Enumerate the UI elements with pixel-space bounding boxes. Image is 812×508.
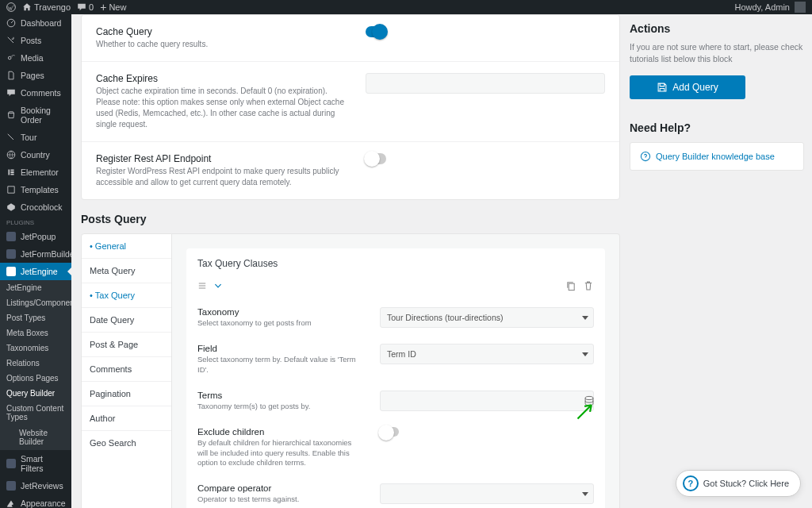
terms-input[interactable] [380,391,594,411]
sidebar-posts[interactable]: Posts [0,32,71,49]
compare-desc: Operator to test terms against. [197,495,364,504]
nav-meta[interactable]: Meta Query [82,259,171,283]
sidebar-comments[interactable]: Comments [0,84,71,102]
question-icon: ? [683,475,699,491]
sub-querybuilder[interactable]: Query Builder [0,386,71,401]
sidebar-jetpopup[interactable]: JetPopup [0,228,71,245]
chevron-down-icon[interactable] [213,281,223,291]
sub-cct[interactable]: Custom Content Types [0,401,71,425]
sub-relations[interactable]: Relations [0,356,71,371]
compare-label: Compare operator [197,483,364,493]
admin-bar: Travengo 0 +New Howdy, Admin [0,0,812,14]
site-link[interactable]: Travengo [22,2,71,12]
rest-api-label: Register Rest API Endpoint [96,153,350,164]
sidebar-media[interactable]: Media [0,49,71,67]
cache-query-toggle[interactable] [366,26,386,37]
actions-title: Actions [630,22,804,35]
sidebar-templates[interactable]: Templates [0,181,71,198]
sidebar-smartfilters[interactable]: Smart Filters [0,450,71,477]
terms-label: Terms [197,391,364,400]
sidebar-dashboard[interactable]: Dashboard [0,14,71,32]
taxonomy-label: Taxonomy [197,307,364,317]
help-icon [640,151,651,162]
wp-logo[interactable] [6,2,16,12]
nav-comments[interactable]: Comments [82,357,171,382]
cache-expires-label: Cache Expires [96,73,350,84]
drag-handle-icon[interactable] [197,281,207,291]
sub-listings[interactable]: Listings/Components [0,295,71,310]
exclude-label: Exclude children [197,427,364,437]
rest-api-toggle[interactable] [366,153,386,164]
sidebar-section-plugins: Plugins [0,216,71,228]
new-content[interactable]: +New [100,1,126,13]
sidebar-elementor[interactable]: Elementor [0,164,71,181]
nav-geo[interactable]: Geo Search [82,431,171,455]
setting-cache-query: Cache Query Whether to cache query resul… [82,15,619,61]
cache-expires-desc: Object cache expiration time in seconds.… [96,86,350,130]
field-select[interactable]: Term ID [380,344,594,364]
svg-point-8 [585,396,593,399]
add-query-button[interactable]: Add Query [630,75,745,99]
actions-desc: If you are not sure where to start, plea… [630,41,804,64]
user-greeting[interactable]: Howdy, Admin [735,2,806,13]
comments-count[interactable]: 0 [77,2,94,12]
sidebar-tour[interactable]: Tour [0,129,71,146]
sidebar-jetengine[interactable]: JetEngine [0,263,71,280]
nav-tax[interactable]: •Tax Query [82,283,171,308]
nav-date[interactable]: Date Query [82,308,171,333]
svg-rect-7 [569,283,574,290]
compare-select[interactable] [380,483,594,504]
taxonomy-select[interactable]: Tour Directions (tour-directions) [380,307,594,328]
svg-point-2 [8,56,11,60]
chevron-down-icon [582,352,588,356]
exclude-desc: By default children for hierarchical tax… [197,438,364,468]
kb-link[interactable]: Query Builder knowledge base [630,142,804,171]
setting-rest-api: Register Rest API Endpoint Register Word… [82,141,619,199]
nav-postpage[interactable]: Post & Page [82,333,171,357]
sidebar-crocoblock[interactable]: Crocoblock [0,198,71,216]
sub-posttypes[interactable]: Post Types [0,310,71,325]
exclude-toggle[interactable] [380,427,399,437]
clause-title: Tax Query Clauses [186,248,605,275]
posts-query-title: Posts Query [81,213,620,225]
sub-metaboxes[interactable]: Meta Boxes [0,325,71,341]
chevron-down-icon [582,492,588,496]
sidebar-pages[interactable]: Pages [0,67,71,84]
rest-api-desc: Register WordPress Rest API endpoint to … [96,166,350,188]
arrow-annotation [575,401,596,421]
trash-icon[interactable] [583,280,594,291]
cache-query-label: Cache Query [96,26,350,37]
field-desc: Select taxonomy term by. Default value i… [197,355,364,375]
terms-desc: Taxonomy term(s) to get posts by. [197,402,364,411]
cache-expires-input[interactable] [366,73,605,94]
avatar [795,2,806,13]
sidebar-appearance[interactable]: Appearance [0,495,71,508]
nav-pagination[interactable]: Pagination [82,382,171,406]
help-title: Need Help? [630,121,804,134]
sub-taxonomies[interactable]: Taxonomies [0,341,71,356]
help-floating-button[interactable]: ? Got Stuck? Click Here [676,470,801,497]
sub-optionspages[interactable]: Options Pages [0,371,71,386]
posts-query-nav: •General Meta Query •Tax Query Date Quer… [81,233,172,508]
field-label: Field [197,344,364,353]
nav-general[interactable]: •General [82,234,171,259]
admin-sidebar: Dashboard Posts Media Pages Comments Boo… [0,14,71,508]
nav-author[interactable]: Author [82,406,171,431]
taxonomy-desc: Select taxonomy to get posts from [197,318,364,328]
setting-cache-expires: Cache Expires Object cache expiration ti… [82,61,619,141]
sub-website[interactable]: Website Builder [0,425,71,450]
chevron-down-icon [582,316,588,320]
save-icon [657,82,668,93]
sub-jetengine[interactable]: JetEngine [0,280,71,295]
copy-icon[interactable] [565,280,576,291]
sidebar-country[interactable]: Country [0,146,71,164]
sidebar-booking[interactable]: Booking Order [0,102,71,129]
sidebar-jetreviews[interactable]: JetReviews [0,477,71,495]
sidebar-jetformbuilder[interactable]: JetFormBuilder [0,245,71,263]
cache-query-desc: Whether to cache query results. [96,39,350,50]
